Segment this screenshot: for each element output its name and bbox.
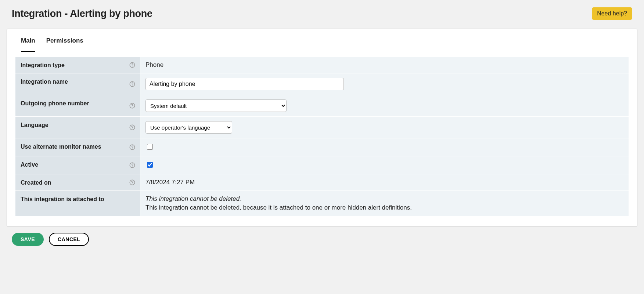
value-integration-type: Phone: [145, 61, 163, 68]
label-integration-type: Integration type: [21, 62, 65, 68]
row-attached-to: This integration is attached to This int…: [15, 191, 629, 216]
row-integration-name: Integration name: [15, 73, 629, 95]
help-icon[interactable]: [129, 124, 136, 131]
cancel-button[interactable]: CANCEL: [49, 233, 89, 246]
help-icon[interactable]: [129, 62, 136, 68]
help-icon[interactable]: [129, 144, 136, 150]
integration-card: Main Permissions Integration type Phone: [7, 29, 637, 227]
active-checkbox[interactable]: [147, 162, 153, 168]
svg-point-1: [132, 66, 132, 66]
svg-point-13: [132, 184, 132, 184]
row-alt-names: Use alternate monitor names: [15, 138, 629, 156]
svg-point-11: [132, 166, 132, 167]
tab-main[interactable]: Main: [21, 29, 35, 52]
form-table: Integration type Phone Integration name: [15, 57, 629, 216]
outgoing-phone-select[interactable]: System default: [145, 99, 287, 112]
attached-cannot-delete-desc: This integration cannot be deleted, beca…: [145, 204, 623, 211]
value-created-on: 7/8/2024 7:27 PM: [145, 179, 195, 186]
label-created-on: Created on: [21, 179, 51, 186]
save-button[interactable]: SAVE: [12, 233, 44, 246]
label-language: Language: [21, 122, 48, 128]
help-icon[interactable]: [129, 102, 136, 109]
alt-names-checkbox[interactable]: [147, 144, 153, 150]
svg-point-7: [132, 128, 132, 129]
label-active: Active: [21, 161, 38, 168]
tabs: Main Permissions: [7, 29, 637, 52]
label-outgoing-phone: Outgoing phone number: [21, 100, 89, 106]
help-icon[interactable]: [129, 162, 136, 168]
svg-point-3: [132, 85, 132, 86]
label-attached-to: This integration is attached to: [21, 196, 104, 202]
svg-point-9: [132, 148, 132, 149]
row-integration-type: Integration type Phone: [15, 57, 629, 73]
label-integration-name: Integration name: [21, 79, 68, 85]
row-language: Language Use operator's language: [15, 117, 629, 138]
language-select[interactable]: Use operator's language: [145, 121, 232, 134]
integration-name-input[interactable]: [145, 78, 344, 90]
help-icon[interactable]: [129, 81, 136, 87]
help-icon[interactable]: [129, 179, 136, 186]
need-help-button[interactable]: Need help?: [592, 7, 632, 20]
label-alt-names: Use alternate monitor names: [21, 144, 101, 150]
row-created-on: Created on 7/8/2024 7:27 PM: [15, 174, 629, 191]
attached-cannot-delete-italic: This integration cannot be deleted.: [145, 195, 623, 203]
page-title: Integration - Alerting by phone: [12, 8, 152, 19]
tab-permissions[interactable]: Permissions: [46, 29, 83, 52]
row-outgoing-phone: Outgoing phone number System default: [15, 95, 629, 117]
svg-point-5: [132, 107, 132, 107]
row-active: Active: [15, 156, 629, 174]
